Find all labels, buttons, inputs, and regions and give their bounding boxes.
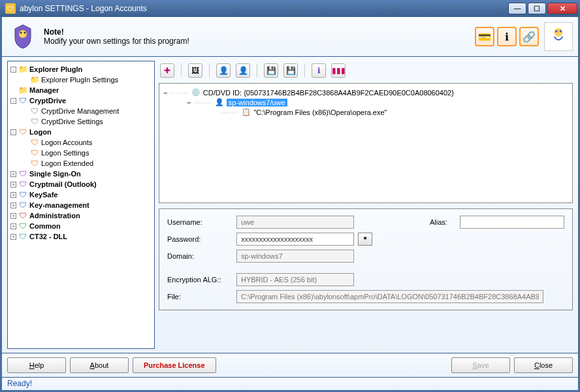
svg-point-1 — [20, 32, 22, 34]
tree-root-label: CD/DVD ID: {050731746B2B4BF28C3868A4AB9F… — [203, 89, 454, 97]
expand-icon[interactable]: + — [10, 213, 16, 219]
separator — [209, 64, 210, 77]
banner-info-icon[interactable]: ℹ — [497, 27, 517, 46]
shield-blue-icon: 🛡 — [18, 201, 27, 210]
disc-icon: 💿 — [191, 88, 201, 97]
expand-icon[interactable]: - — [10, 129, 16, 135]
sidebar-item-label: CryptDrive Management — [41, 107, 119, 115]
banner-card-icon[interactable]: 💳 — [475, 27, 494, 46]
toolbar-add-icon[interactable]: ✚ — [160, 63, 174, 78]
help-button[interactable]: Help — [7, 357, 66, 373]
expand-icon[interactable]: − — [163, 89, 167, 97]
sidebar-item[interactable]: -🛡Logon — [10, 127, 152, 137]
alias-field[interactable] — [460, 216, 564, 229]
encryption-field[interactable] — [236, 273, 354, 286]
toolbar-card-remove-icon[interactable]: 💾 — [283, 63, 298, 78]
expand-icon — [22, 150, 28, 156]
sidebar-item-label: Logon Settings — [41, 149, 89, 157]
expand-icon[interactable]: + — [10, 223, 16, 229]
banner-mascot-small-icon — [544, 22, 573, 51]
shield-orange-icon: 🛡 — [18, 127, 27, 137]
expand-icon — [22, 77, 28, 83]
sidebar-item[interactable]: +🛡KeySafe — [10, 189, 152, 200]
username-field[interactable] — [236, 216, 354, 229]
sidebar-item[interactable]: 🛡CryptDrive Settings — [10, 116, 152, 127]
sidebar-item[interactable]: +🛡Single Sign-On — [10, 169, 152, 179]
sidebar-item[interactable]: +🛡Common — [10, 221, 152, 231]
toolbar-user-remove-icon[interactable]: 👤 — [236, 63, 250, 78]
folder-icon: 📁 — [30, 75, 39, 84]
expand-icon — [22, 140, 28, 146]
expand-icon[interactable]: - — [10, 98, 16, 104]
sidebar-item-label: Single Sign-On — [29, 170, 81, 178]
maximize-button[interactable]: ☐ — [528, 3, 546, 14]
minimize-button[interactable]: — — [508, 3, 526, 14]
purchase-button[interactable]: Purchase License — [133, 357, 216, 373]
toolbar-card-add-icon[interactable]: 💾 — [264, 63, 278, 78]
toolbar-barcode-icon[interactable]: ▮▮▮ — [331, 63, 346, 78]
sidebar-item[interactable]: 🛡Logon Extended — [10, 158, 152, 169]
expand-icon[interactable]: − — [187, 99, 191, 106]
separator — [304, 64, 305, 77]
shield-green-icon: 🛡 — [18, 221, 27, 231]
password-reveal-button[interactable]: * — [358, 233, 372, 246]
shield-orange-icon: 🛡 — [30, 148, 39, 157]
sidebar-item[interactable]: 🛡CryptDrive Management — [10, 106, 152, 116]
file-field[interactable] — [236, 290, 543, 303]
expand-icon[interactable]: + — [10, 234, 16, 240]
expand-icon[interactable]: + — [10, 171, 16, 177]
shield-gray-icon: 🛡 — [30, 106, 39, 116]
status-bar: Ready! — [2, 377, 578, 390]
sidebar-item[interactable]: 📁Manager — [10, 85, 152, 95]
domain-field[interactable] — [236, 250, 354, 263]
expand-icon[interactable]: + — [10, 192, 16, 198]
expand-icon[interactable]: + — [10, 182, 16, 188]
sidebar-item[interactable]: -📁Explorer PlugIn — [10, 64, 152, 74]
password-field[interactable] — [236, 233, 354, 246]
sidebar-item[interactable]: +🛡Key-management — [10, 200, 152, 210]
sidebar-item[interactable]: +🛡Cryptmail (Outlook) — [10, 179, 152, 189]
alias-label: Alias: — [430, 218, 456, 226]
expand-icon[interactable]: - — [10, 67, 16, 73]
banner-text: Note! Modify your own settings for this … — [44, 27, 475, 46]
folder-icon: 📁 — [18, 65, 27, 74]
sidebar-item-label: Cryptmail (Outlook) — [29, 180, 97, 188]
sidebar-item[interactable]: 📁Explorer PlugIn Settings — [10, 74, 152, 85]
toolbar-image-icon[interactable]: 🖼 — [188, 63, 202, 78]
close-button[interactable]: Close — [514, 357, 573, 373]
sidebar-item[interactable]: -🛡CryptDrive — [10, 95, 152, 106]
save-button: Save — [451, 357, 510, 373]
sidebar-item[interactable]: 🛡Logon Settings — [10, 148, 152, 158]
shield-purple-icon: 🛡 — [18, 180, 27, 189]
app-icon: 🛡 — [5, 3, 16, 14]
window-close-button[interactable]: ✕ — [547, 3, 577, 14]
toolbar-user-add-icon[interactable]: 👤 — [216, 63, 231, 78]
account-tree[interactable]: − ······· 💿 CD/DVD ID: {050731746B2B4BF2… — [159, 83, 573, 203]
expand-icon[interactable]: + — [10, 203, 16, 208]
tree-file-label: "C:\Program Files (x86)\Opera\opera.exe" — [253, 108, 387, 116]
sidebar-item-label: Common — [29, 222, 61, 230]
window-title: abylon SETTINGS - Logon Accounts — [20, 4, 507, 13]
sidebar-item[interactable]: +🛡CT32 - DLL — [10, 231, 152, 242]
main-area: -📁Explorer PlugIn📁Explorer PlugIn Settin… — [2, 57, 578, 353]
separator — [257, 64, 257, 77]
sidebar: -📁Explorer PlugIn📁Explorer PlugIn Settin… — [7, 61, 155, 349]
shield-blue-icon: 🛡 — [18, 190, 27, 199]
about-button[interactable]: About — [70, 357, 129, 373]
banner-link-icon[interactable]: 🔗 — [519, 27, 539, 46]
sidebar-item[interactable]: +🛡Administration — [10, 210, 152, 221]
username-label: Username: — [167, 218, 233, 226]
svg-point-2 — [24, 32, 26, 34]
toolbar-info-icon[interactable]: ℹ — [312, 63, 326, 78]
shield-red-icon: 🛡 — [18, 211, 27, 220]
sidebar-item[interactable]: 🛡Logon Accounts — [10, 137, 152, 148]
toolbar: ✚ 🖼 👤 👤 💾 💾 ℹ ▮▮▮ — [159, 61, 573, 83]
banner: Note! Modify your own settings for this … — [2, 17, 578, 57]
svg-point-5 — [560, 30, 562, 32]
expand-icon — [22, 108, 28, 114]
expand-icon — [10, 88, 16, 93]
tree-user-label[interactable]: sp-windows7/uwe — [227, 99, 287, 106]
form-panel: Username: Alias: Password: * Domain: Enc… — [159, 208, 573, 310]
banner-note-text: Modify your own settings for this progra… — [44, 37, 475, 46]
domain-label: Domain: — [167, 252, 233, 260]
